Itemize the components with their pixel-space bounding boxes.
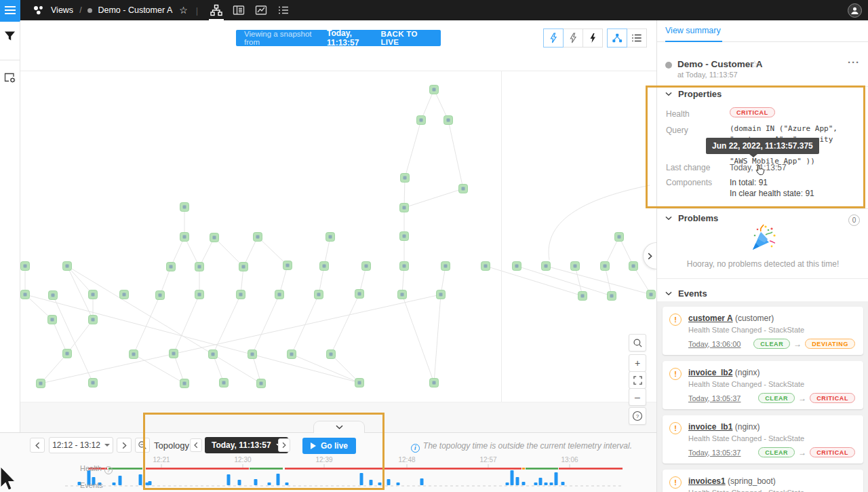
- event-component-type: (nginx): [735, 368, 760, 377]
- event-title: invoices1 (spring_boot): [688, 476, 855, 486]
- topology-graph[interactable]: [20, 71, 656, 402]
- top-bar: Views / Demo - Customer A ☆ |: [0, 0, 868, 20]
- event-body: invoice_lb1 (nginx)Health State Changed …: [688, 422, 855, 457]
- star-icon[interactable]: ☆: [750, 58, 759, 71]
- topology-timeline-label: Topology: [154, 440, 189, 451]
- event-card[interactable]: !invoices1 (spring_boot)Health State Cha…: [663, 470, 863, 492]
- zoom-out-button[interactable]: –: [629, 388, 646, 406]
- telemetry-notice: iThe topology time is outside the curren…: [380, 441, 632, 453]
- arrow-right-icon: →: [798, 394, 806, 403]
- svg-text:12:30: 12:30: [234, 456, 251, 463]
- chevron-down-icon: [665, 92, 672, 96]
- event-title: customer A (customer): [688, 314, 855, 323]
- metrics-view-icon[interactable]: [251, 0, 271, 20]
- timeline-collapse-chevron-icon[interactable]: [313, 421, 365, 433]
- filter-icon[interactable]: [0, 22, 20, 60]
- event-component-link[interactable]: invoice_lb1: [688, 422, 732, 432]
- health-label: Health: [666, 109, 690, 119]
- state-badge-to: CRITICAL: [810, 447, 855, 457]
- snapshot-time-chip[interactable]: Today, 11:13:57: [205, 437, 288, 453]
- breadcrumb-separator: /: [79, 5, 81, 15]
- list-mode-icon[interactable]: [627, 29, 647, 48]
- topology-canvas[interactable]: [20, 71, 656, 402]
- tab-active-underline: [665, 41, 722, 42]
- range-next-button[interactable]: [117, 438, 132, 453]
- event-component-link[interactable]: customer A: [688, 314, 733, 323]
- event-body: invoice_lb2 (nginx)Health State Changed …: [688, 368, 855, 403]
- user-avatar-icon[interactable]: [848, 3, 862, 18]
- events-view-icon[interactable]: [273, 0, 294, 20]
- last-change-label: Last change: [666, 163, 710, 172]
- event-time-link[interactable]: Today, 13:06:00: [688, 340, 741, 348]
- arrow-right-icon: →: [798, 448, 806, 457]
- problems-section-header[interactable]: Problems: [665, 213, 718, 223]
- event-meta: Health State Changed - StackState: [688, 489, 855, 492]
- zoom-in-button[interactable]: +: [629, 354, 646, 372]
- event-time-link[interactable]: Today, 13:05:37: [688, 394, 741, 402]
- range-prev-button[interactable]: [30, 438, 45, 453]
- event-state-pills: CLEAR→CRITICAL: [758, 447, 855, 457]
- snapshot-banner: Viewing a snapshot from Today, 11:13:57 …: [236, 30, 441, 46]
- problems-filter-some-icon[interactable]: [563, 29, 583, 48]
- svg-text:12:57: 12:57: [479, 456, 496, 463]
- breadcrumb-view-title[interactable]: Demo - Customer A: [98, 5, 172, 15]
- svg-text:13:06: 13:06: [561, 456, 578, 463]
- problems-filter-all-icon[interactable]: [583, 29, 603, 48]
- back-to-live-button[interactable]: BACK TO LIVE: [380, 30, 433, 46]
- graph-mode-icon[interactable]: [607, 29, 627, 48]
- time-range-select[interactable]: 12:12 - 13:12: [49, 437, 113, 453]
- stackstate-logo-icon[interactable]: [33, 5, 44, 16]
- components-total: In total: 91: [730, 178, 768, 187]
- svg-text:12:39: 12:39: [315, 456, 332, 463]
- fit-to-screen-button[interactable]: [629, 371, 646, 389]
- canvas-search-icon[interactable]: [629, 334, 646, 352]
- play-icon: [311, 442, 316, 449]
- snapshot-banner-time[interactable]: Today, 11:13:57: [327, 29, 380, 48]
- snapshot-next-button[interactable]: [278, 438, 290, 452]
- problems-filter-none-icon[interactable]: [543, 29, 564, 48]
- topology-view-icon[interactable]: [206, 0, 226, 20]
- event-status-row: Today, 13:05:37CLEAR→CRITICAL: [688, 447, 855, 457]
- go-live-button[interactable]: Go live: [302, 438, 356, 454]
- state-badge-to: DEVIATING: [805, 339, 855, 349]
- snapshot-prev-button[interactable]: [190, 438, 202, 452]
- chevron-down-icon: [665, 216, 672, 221]
- timeline-chart[interactable]: 12:2112:3012:3912:4812:5713:06: [20, 453, 656, 492]
- snapshot-time-value: Today, 11:13:57: [212, 440, 271, 450]
- ellipsis-menu-icon[interactable]: ···: [848, 56, 860, 68]
- problems-count-badge: 0: [848, 214, 860, 226]
- event-component-link[interactable]: invoice_lb2: [688, 368, 732, 377]
- tab-view-summary[interactable]: View summary: [665, 26, 721, 35]
- left-rail: [0, 20, 20, 432]
- zoom-out-range-icon[interactable]: [135, 438, 150, 453]
- table-view-icon[interactable]: [229, 0, 249, 20]
- hand-cursor: [756, 164, 765, 175]
- event-card[interactable]: !customer A (customer)Health State Chang…: [663, 307, 863, 355]
- event-state-pills: CLEAR→DEVIATING: [753, 339, 855, 349]
- event-time-link[interactable]: Today, 13:05:37: [688, 449, 741, 457]
- view-settings-icon[interactable]: [0, 60, 20, 98]
- events-section-header[interactable]: Events: [665, 288, 707, 299]
- event-warning-icon: !: [669, 314, 682, 326]
- question-circle-icon[interactable]: ?: [104, 466, 113, 474]
- event-card[interactable]: !invoice_lb1 (nginx)Health State Changed…: [663, 415, 863, 463]
- hamburger-menu-icon[interactable]: [0, 0, 20, 20]
- favorite-star-icon[interactable]: ☆: [179, 5, 188, 16]
- event-meta: Health State Changed - StackState: [688, 434, 855, 442]
- event-status-row: Today, 13:06:00CLEAR→DEVIATING: [688, 339, 855, 349]
- event-component-link[interactable]: invoices1: [688, 476, 726, 486]
- canvas-help-icon[interactable]: ?: [629, 407, 646, 425]
- event-card[interactable]: !invoice_lb2 (nginx)Health State Changed…: [663, 361, 863, 409]
- state-badge-to: CRITICAL: [810, 393, 855, 403]
- event-body: customer A (customer)Health State Change…: [688, 314, 855, 349]
- query-label: Query: [666, 126, 688, 135]
- breadcrumb-views[interactable]: Views: [51, 5, 73, 15]
- state-badge-from: CLEAR: [758, 447, 795, 457]
- go-live-label: Go live: [321, 441, 348, 451]
- party-popper-icon: [749, 224, 776, 252]
- canvas-lane-divider: [501, 71, 502, 402]
- properties-section-header[interactable]: Properties: [665, 89, 722, 99]
- chevron-down-icon: [665, 291, 672, 296]
- event-title: invoice_lb1 (nginx): [688, 422, 855, 432]
- event-meta: Health State Changed - StackState: [688, 380, 855, 388]
